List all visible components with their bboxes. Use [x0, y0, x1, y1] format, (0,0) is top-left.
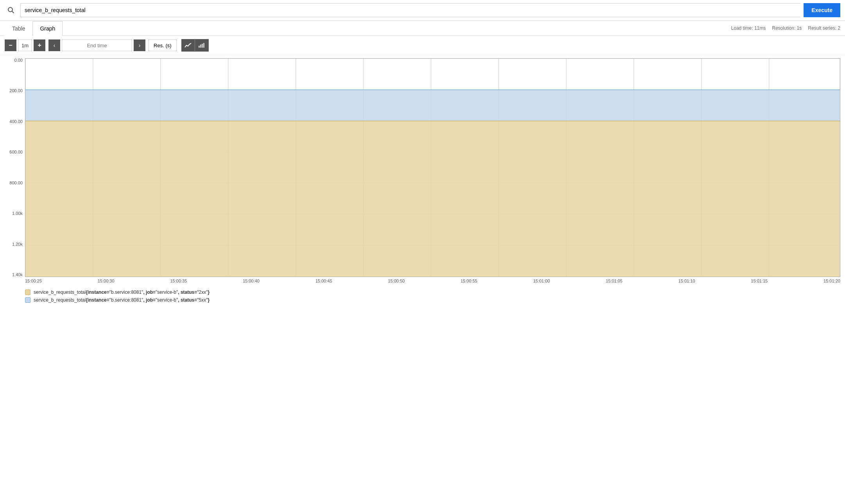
resolution-button[interactable]: Res. (s) [149, 39, 177, 51]
execute-button[interactable]: Execute [804, 3, 840, 17]
chart-container: 1.40k 1.20k 1.00k 800.00 600.00 400.00 2… [5, 58, 840, 277]
y-label-0: 1.40k [5, 273, 23, 277]
x-label-9: 15:01:10 [679, 279, 695, 283]
prev-time-button[interactable]: ‹ [48, 39, 60, 51]
x-label-11: 15:01:20 [824, 279, 840, 283]
svg-rect-3 [200, 45, 201, 48]
x-label-3: 15:00:40 [243, 279, 260, 283]
svg-line-1 [12, 11, 14, 13]
y-label-7: 0.00 [5, 58, 23, 63]
y-label-3: 800.00 [5, 181, 23, 185]
next-time-button[interactable]: › [134, 39, 145, 51]
svg-rect-4 [202, 44, 203, 48]
y-label-2: 1.00k [5, 211, 23, 216]
meta-info: Load time: 11ms Resolution: 1s Result se… [731, 25, 840, 31]
tab-table[interactable]: Table [5, 21, 32, 36]
svg-rect-5 [203, 43, 204, 48]
x-label-5: 15:00:50 [388, 279, 405, 283]
x-label-8: 15:01:05 [606, 279, 623, 283]
result-series: Result series: 2 [808, 25, 840, 31]
tabs: Table Graph [5, 21, 63, 36]
stacked-chart-button[interactable] [195, 39, 208, 51]
x-label-0: 15:00:25 [25, 279, 42, 283]
svg-rect-28 [25, 90, 840, 121]
tabs-row: Table Graph Load time: 11ms Resolution: … [0, 21, 845, 36]
zoom-out-button[interactable]: − [5, 39, 16, 51]
end-time-input[interactable] [62, 39, 132, 51]
load-time: Load time: 11ms [731, 25, 766, 31]
legend-item-0: service_b_requests_total{instance="b.ser… [25, 290, 840, 295]
resolution: Resolution: 1s [772, 25, 802, 31]
svg-rect-2 [199, 46, 200, 48]
controls-row: − 1m + ‹ › Res. (s) [0, 36, 845, 55]
legend-swatch-0 [25, 290, 30, 295]
svg-rect-27 [25, 121, 840, 277]
x-label-4: 15:00:45 [315, 279, 332, 283]
y-label-6: 200.00 [5, 89, 23, 93]
y-label-4: 600.00 [5, 150, 23, 154]
top-bar: Execute [0, 0, 845, 21]
x-label-7: 15:01:00 [533, 279, 550, 283]
zoom-in-button[interactable]: + [34, 39, 45, 51]
legend-item-1: service_b_requests_total{instance="b.ser… [25, 297, 840, 303]
chart-area: 1.40k 1.20k 1.00k 800.00 600.00 400.00 2… [0, 55, 845, 283]
y-label-5: 400.00 [5, 120, 23, 124]
x-label-2: 15:00:35 [170, 279, 187, 283]
y-label-1: 1.20k [5, 242, 23, 247]
search-input[interactable] [20, 3, 800, 17]
legend-label-1: service_b_requests_total{instance="b.ser… [34, 297, 209, 303]
line-chart-button[interactable] [182, 39, 195, 51]
chart-type-group [181, 39, 209, 52]
search-icon [5, 4, 17, 16]
legend-area: service_b_requests_total{instance="b.ser… [0, 283, 845, 309]
x-axis: 15:00:25 15:00:30 15:00:35 15:00:40 15:0… [25, 277, 840, 283]
x-label-1: 15:00:30 [98, 279, 115, 283]
legend-swatch-1 [25, 297, 30, 303]
tab-graph[interactable]: Graph [32, 21, 63, 36]
x-label-6: 15:00:55 [460, 279, 477, 283]
legend-label-0: service_b_requests_total{instance="b.ser… [34, 290, 209, 295]
y-axis: 1.40k 1.20k 1.00k 800.00 600.00 400.00 2… [5, 58, 25, 277]
x-label-10: 15:01:15 [751, 279, 768, 283]
chart-inner [25, 58, 840, 277]
duration-label: 1m [18, 39, 32, 51]
